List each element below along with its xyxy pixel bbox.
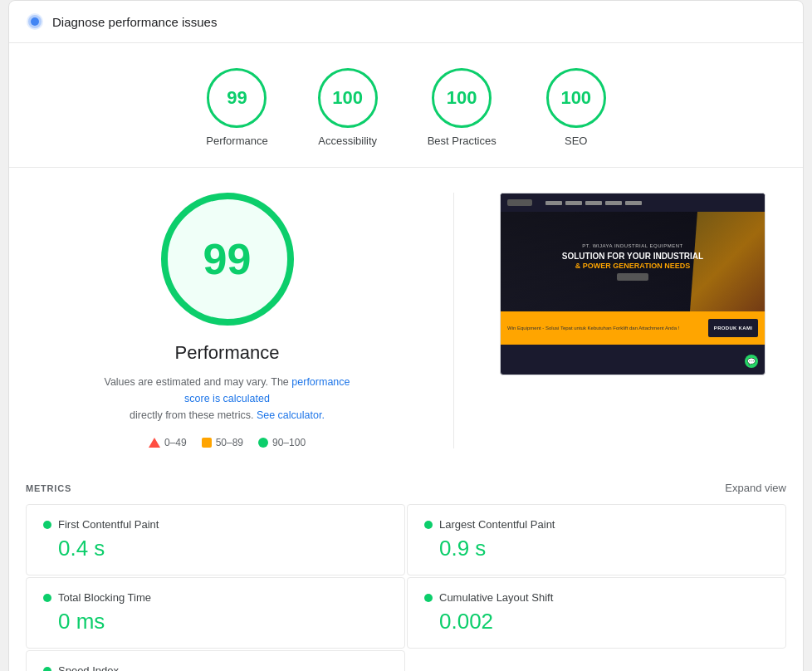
legend-range-red: 0–49	[164, 437, 187, 448]
nav-link-3	[585, 201, 602, 205]
metric-tbt: Total Blocking Time 0 ms	[26, 577, 405, 649]
left-panel: 99 Performance Values are estimated and …	[42, 193, 412, 448]
metric-si-dot	[43, 667, 51, 672]
site-bottom-left: Win Equipment - Solusi Tepat untuk Kebut…	[507, 325, 708, 332]
site-hero: PT. WIJAYA INDUSTRIAL EQUIPMENT SOLUTION…	[501, 212, 765, 311]
nav-link-2	[565, 201, 582, 205]
nav-link-5	[625, 201, 642, 205]
metrics-section: METRICS Expand view First Contentful Pai…	[9, 465, 803, 671]
metric-lcp-dot	[424, 521, 433, 529]
site-logo	[507, 199, 532, 206]
panel-description: Values are estimated and may vary. The p…	[95, 374, 360, 424]
header: Diagnose performance issues	[9, 1, 803, 43]
metric-fcp: First Contentful Paint 0.4 s	[26, 504, 405, 575]
metric-lcp-header: Largest Contentful Paint	[424, 518, 769, 531]
lighthouse-icon	[26, 12, 44, 31]
orange-square-icon	[202, 438, 212, 448]
score-label-performance: Performance	[206, 135, 267, 147]
score-accessibility[interactable]: 100 Accessibility	[318, 68, 378, 147]
big-score-circle: 99	[161, 193, 294, 326]
metrics-title: METRICS	[26, 483, 71, 493]
metrics-grid: First Contentful Paint 0.4 s Largest Con…	[26, 504, 786, 671]
metric-tbt-name: Total Blocking Time	[58, 591, 151, 604]
nav-link-4	[605, 201, 622, 205]
website-screenshot: PT. WIJAYA INDUSTRIAL EQUIPMENT SOLUTION…	[500, 193, 766, 375]
metric-si: Speed Index 1.1 s	[26, 650, 405, 671]
metric-fcp-header: First Contentful Paint	[43, 518, 388, 531]
vertical-divider	[453, 193, 454, 448]
nav-link-1	[545, 201, 562, 205]
metric-cls-value: 0.002	[439, 609, 769, 634]
main-section: 99 Performance Values are estimated and …	[9, 168, 803, 465]
metric-lcp-value: 0.9 s	[439, 536, 769, 561]
metric-cls-dot	[424, 594, 433, 602]
right-panel: PT. WIJAYA INDUSTRIAL EQUIPMENT SOLUTION…	[496, 193, 770, 448]
score-label-seo: SEO	[565, 135, 587, 147]
chat-icon: 💬	[745, 355, 758, 368]
site-company-label: PT. WIJAYA INDUSTRIAL EQUIPMENT	[562, 243, 703, 248]
legend-range-orange: 50–89	[216, 437, 243, 448]
scores-section: 99 Performance 100 Accessibility 100 Bes…	[9, 43, 803, 168]
metric-fcp-value: 0.4 s	[58, 536, 388, 561]
score-circle-performance: 99	[207, 68, 267, 128]
metric-tbt-dot	[43, 594, 51, 602]
score-circle-accessibility: 100	[318, 68, 378, 128]
score-label-best-practices: Best Practices	[428, 135, 496, 147]
site-bottom-bar: Win Equipment - Solusi Tepat untuk Kebut…	[501, 311, 765, 345]
score-seo[interactable]: 100 SEO	[546, 68, 606, 147]
green-circle-icon	[258, 438, 268, 448]
main-card: Diagnose performance issues 99 Performan…	[8, 0, 804, 671]
legend-range-green: 90–100	[272, 437, 306, 448]
site-produk-label: PRODUK KAMI	[714, 326, 752, 331]
metric-tbt-value: 0 ms	[58, 609, 388, 634]
calculator-link[interactable]: See calculator.	[257, 409, 325, 421]
legend-green: 90–100	[258, 437, 306, 448]
metric-cls-name: Cumulative Layout Shift	[439, 591, 553, 604]
site-mockup: PT. WIJAYA INDUSTRIAL EQUIPMENT SOLUTION…	[501, 193, 765, 375]
site-nav	[501, 193, 765, 212]
metrics-header: METRICS Expand view	[26, 473, 786, 504]
score-best-practices[interactable]: 100 Best Practices	[428, 68, 496, 147]
metric-cls: Cumulative Layout Shift 0.002	[407, 577, 786, 649]
metric-fcp-name: First Contentful Paint	[58, 518, 159, 531]
expand-view-button[interactable]: Expand view	[725, 482, 786, 494]
svg-point-2	[31, 17, 39, 26]
site-hero-line1: SOLUTION FOR YOUR INDUSTRIAL	[562, 251, 703, 262]
metric-tbt-header: Total Blocking Time	[43, 591, 388, 604]
metric-lcp: Largest Contentful Paint 0.9 s	[407, 504, 786, 575]
header-title: Diagnose performance issues	[52, 15, 217, 29]
metric-fcp-dot	[43, 521, 51, 529]
site-bottom-text: Win Equipment - Solusi Tepat untuk Kebut…	[507, 325, 708, 332]
score-circle-best-practices: 100	[432, 68, 492, 128]
red-triangle-icon	[149, 438, 160, 448]
site-cta-button	[617, 273, 648, 281]
score-label-accessibility: Accessibility	[318, 135, 377, 147]
legend-red: 0–49	[149, 437, 187, 448]
site-produk-button: PRODUK KAMI	[708, 319, 758, 337]
site-hero-line2: & POWER GENERATION NEEDS	[562, 262, 703, 270]
score-performance[interactable]: 99 Performance	[206, 68, 267, 147]
legend: 0–49 50–89 90–100	[149, 437, 306, 448]
metric-si-header: Speed Index	[43, 664, 388, 671]
score-circle-seo: 100	[546, 68, 606, 128]
legend-orange: 50–89	[202, 437, 243, 448]
site-nav-links	[545, 201, 642, 205]
metric-cls-header: Cumulative Layout Shift	[424, 591, 769, 604]
metric-si-name: Speed Index	[58, 664, 119, 671]
panel-title: Performance	[175, 342, 280, 364]
metric-lcp-name: Largest Contentful Paint	[439, 518, 555, 531]
